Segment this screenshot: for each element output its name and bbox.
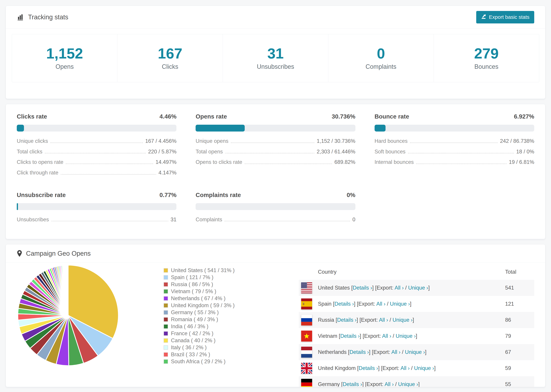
legend-label: South Africa ( 29 / 2% ) <box>171 358 226 365</box>
legend-label: Germany ( 55 / 3% ) <box>171 309 219 315</box>
details-link[interactable]: Details › <box>359 365 378 371</box>
export-all-link[interactable]: All › <box>391 349 400 355</box>
geo-row-spain: Spain [Details ›] [Export: All › / Uniqu… <box>299 296 534 312</box>
dotted-leader <box>61 174 156 175</box>
export-all-link[interactable]: All › <box>395 285 404 291</box>
export-unique-link[interactable]: Unique › <box>396 333 416 339</box>
summary-stats-strip: 1,152Opens167Clicks31Unsubscribes0Compla… <box>12 34 539 82</box>
geo-row-russia: Russia [Details ›] [Export: All › / Uniq… <box>299 312 534 328</box>
rates-card: Clicks rate4.46%Unique clicks167 / 4.456… <box>6 104 545 239</box>
legend-item-russia: Russia ( 86 / 5% ) <box>164 281 282 288</box>
rate-block-clicks-rate: Clicks rate4.46%Unique clicks167 / 4.456… <box>17 113 177 180</box>
rate-row-label: Clicks to opens rate <box>17 159 63 165</box>
stat-value: 279 <box>474 46 499 61</box>
export-unique-link[interactable]: Unique › <box>398 381 418 387</box>
details-link[interactable]: Details › <box>335 301 354 307</box>
stat-label: Complaints <box>366 63 396 70</box>
stat-value: 167 <box>158 46 182 61</box>
details-link[interactable]: Details › <box>337 317 357 323</box>
country-cell: Russia [Details ›] [Export: All › / Uniq… <box>318 317 505 323</box>
geo-opens-body: United States ( 541 / 31% )Spain ( 121 /… <box>6 263 545 387</box>
rate-row-label: Unique opens <box>196 138 228 144</box>
details-link[interactable]: Details › <box>349 349 369 355</box>
export-all-link[interactable]: All › <box>400 365 410 371</box>
geo-row-united-states: United States [Details ›] [Export: All ›… <box>299 280 534 296</box>
tracking-stats-title-wrap: Tracking stats <box>17 13 68 21</box>
rate-row-label: Opens to clicks rate <box>196 159 242 165</box>
export-all-link[interactable]: All › <box>382 333 391 339</box>
complaints-rate-progressbar <box>196 203 355 210</box>
rate-row-click-through-rate: Click through rate4.147% <box>17 170 177 176</box>
geo-row-germany: Germany [Details ›] [Export: All › / Uni… <box>299 376 534 387</box>
stat-opens: 1,152Opens <box>12 34 117 82</box>
legend-label: United Kingdom ( 59 / 3% ) <box>171 302 235 308</box>
legend-label: Vietnam ( 79 / 5% ) <box>171 288 216 294</box>
stat-complaints: 0Complaints <box>328 34 434 82</box>
stat-label: Opens <box>56 63 74 70</box>
export-unique-link[interactable]: Unique › <box>393 317 413 323</box>
stat-label: Unsubscribes <box>257 63 294 70</box>
details-link[interactable]: Details › <box>340 333 360 339</box>
dotted-leader <box>410 142 498 143</box>
unsubscribe-rate-progressbar <box>17 203 177 210</box>
total-cell: 67 <box>505 349 534 355</box>
export-unique-link[interactable]: Unique › <box>414 365 434 371</box>
map-pin-icon <box>17 250 22 257</box>
rate-row-label: Internal bounces <box>374 159 414 165</box>
total-cell: 86 <box>505 317 534 323</box>
export-unique-link[interactable]: Unique › <box>408 285 428 291</box>
legend-swatch <box>164 352 168 357</box>
export-all-link[interactable]: All › <box>384 381 394 387</box>
legend-swatch <box>164 310 168 315</box>
legend-item-germany: Germany ( 55 / 3% ) <box>164 309 282 316</box>
country-cell: Germany [Details ›] [Export: All › / Uni… <box>318 381 505 387</box>
rate-block-unsubscribe-rate: Unsubscribe rate0.77%Unsubscribes31 <box>17 192 177 227</box>
country-name: Netherlands <box>318 349 346 355</box>
rate-value: 0.77% <box>160 192 177 198</box>
export-all-link[interactable]: All › <box>379 317 388 323</box>
legend-item-netherlands: Netherlands ( 67 / 4% ) <box>164 295 282 302</box>
legend-swatch <box>164 282 168 287</box>
rate-row-complaints: Complaints0 <box>196 217 355 223</box>
country-name: United Kingdom <box>318 365 356 371</box>
legend-item-spain: Spain ( 121 / 7% ) <box>164 274 282 281</box>
export-all-link[interactable]: All › <box>376 301 385 307</box>
rate-title: Clicks rate <box>17 113 47 120</box>
clicks-rate-progressbar <box>17 125 177 132</box>
rate-row-label: Click through rate <box>17 170 58 176</box>
export-unique-link[interactable]: Unique › <box>405 349 425 355</box>
russia-flag-icon <box>299 315 318 325</box>
rate-block-complaints-rate: Complaints rate0%Complaints0 <box>196 192 355 227</box>
details-link[interactable]: Details › <box>353 285 372 291</box>
export-unique-link[interactable]: Unique › <box>390 301 410 307</box>
dotted-leader <box>50 142 143 143</box>
rate-row-total-opens: Total opens2,303 / 61.446% <box>196 149 355 155</box>
legend-item-india: India ( 46 / 3% ) <box>164 323 282 330</box>
country-name: Russia <box>318 317 334 323</box>
rate-value: 6.927% <box>514 113 534 120</box>
rate-head: Clicks rate4.46% <box>17 113 177 120</box>
rate-row-value: 18 / 0% <box>516 149 534 155</box>
geo-pie-legend: United States ( 541 / 31% )Spain ( 121 /… <box>164 267 282 365</box>
legend-swatch <box>164 324 168 329</box>
column-header-country: Country <box>318 269 505 275</box>
rate-value: 0% <box>347 192 355 198</box>
legend-label: Romania ( 49 / 3% ) <box>171 316 218 322</box>
geo-opens-table: CountryTotalUnited States [Details ›] [E… <box>299 264 534 387</box>
rate-row-value: 167 / 4.456% <box>145 138 177 144</box>
dotted-leader <box>66 163 153 164</box>
stat-bounces: 279Bounces <box>434 34 539 82</box>
legend-swatch <box>164 345 168 350</box>
rate-head: Unsubscribe rate0.77% <box>17 192 177 198</box>
rates-grid: Clicks rate4.46%Unique clicks167 / 4.456… <box>6 104 545 227</box>
export-basic-stats-button[interactable]: Export basic stats <box>476 11 534 23</box>
country-cell: Spain [Details ›] [Export: All › / Uniqu… <box>318 301 505 307</box>
details-link[interactable]: Details › <box>343 381 362 387</box>
rate-row-soft-bounces: Soft bounces18 / 0% <box>374 149 534 155</box>
country-name: United States <box>318 285 350 291</box>
legend-item-south-africa: South Africa ( 29 / 2% ) <box>164 358 282 365</box>
geo-row-vietnam: Vietnam [Details ›] [Export: All › / Uni… <box>299 328 534 344</box>
tracking-stats-title: Tracking stats <box>28 14 68 21</box>
rate-block-opens-rate: Opens rate30.736%Unique opens1,152 / 30.… <box>196 113 355 180</box>
legend-swatch <box>164 268 168 273</box>
